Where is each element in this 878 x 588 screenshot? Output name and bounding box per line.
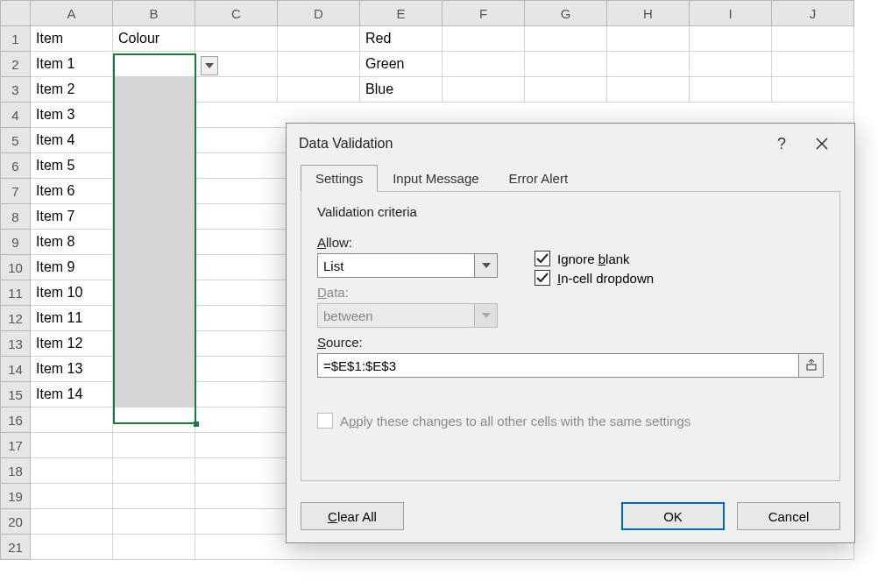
cell-H3[interactable] [607,77,690,103]
cell-B14[interactable] [113,357,195,382]
cell-J1[interactable] [772,26,854,52]
cell-J2[interactable] [772,52,854,77]
cell-J3[interactable] [772,77,854,103]
row-header-4[interactable]: 4 [1,103,31,128]
cell-B4[interactable] [113,103,195,128]
row-header-11[interactable]: 11 [1,280,31,306]
incell-dropdown-checkbox[interactable]: In-cell dropdown [535,270,654,286]
cell-B11[interactable] [113,280,195,306]
tab-input-message[interactable]: Input Message [378,165,493,192]
cell-A11[interactable]: Item 10 [31,280,113,306]
cell-A3[interactable]: Item 2 [31,77,113,103]
row-header-6[interactable]: 6 [1,153,31,179]
col-header-E[interactable]: E [360,1,443,26]
row-header-15[interactable]: 15 [1,382,31,407]
row-header-14[interactable]: 14 [1,357,31,382]
cell-D1[interactable] [278,26,360,52]
cell-F3[interactable] [443,77,525,103]
cell-B2[interactable] [113,52,195,77]
close-button[interactable] [802,124,842,164]
cell-A4[interactable]: Item 3 [31,103,113,128]
cell-E2[interactable]: Green [360,52,443,77]
cell-D2[interactable] [278,52,360,77]
cell-G1[interactable] [525,26,607,52]
cell-B13[interactable] [113,331,195,357]
cell-E1[interactable]: Red [360,26,443,52]
cell-B10[interactable] [113,255,195,280]
cell-A2[interactable]: Item 1 [31,52,113,77]
source-input[interactable] [317,353,799,378]
fill-handle[interactable] [194,422,199,427]
row-header-8[interactable]: 8 [1,204,31,230]
clear-all-button[interactable]: Clear All [301,502,404,530]
cell-F1[interactable] [443,26,525,52]
ok-button[interactable]: OK [621,502,725,530]
row-header-21[interactable]: 21 [1,535,31,560]
col-header-A[interactable]: A [31,1,113,26]
cell-B9[interactable] [113,230,195,255]
cell-H1[interactable] [607,26,690,52]
cell-A6[interactable]: Item 5 [31,153,113,179]
row-header-18[interactable]: 18 [1,458,31,484]
row-header-1[interactable]: 1 [1,26,31,52]
col-header-C[interactable]: C [195,1,278,26]
col-header-H[interactable]: H [607,1,690,26]
cell-I1[interactable] [690,26,772,52]
cell-B3[interactable] [113,77,195,103]
cell-B15[interactable] [113,382,195,407]
cell-H2[interactable] [607,52,690,77]
cell-C1[interactable] [195,26,278,52]
cell-B12[interactable] [113,306,195,331]
col-header-F[interactable]: F [443,1,525,26]
cell-I2[interactable] [690,52,772,77]
col-header-B[interactable]: B [113,1,195,26]
row-header-7[interactable]: 7 [1,179,31,204]
cell-B6[interactable] [113,153,195,179]
row-header-12[interactable]: 12 [1,306,31,331]
cell-G2[interactable] [525,52,607,77]
row-header-9[interactable]: 9 [1,230,31,255]
cell-dropdown-button[interactable] [201,56,218,75]
cell-B7[interactable] [113,179,195,204]
cell-F2[interactable] [443,52,525,77]
row-header-3[interactable]: 3 [1,77,31,103]
select-all-corner[interactable] [1,1,31,26]
cell-A9[interactable]: Item 8 [31,230,113,255]
cell-B8[interactable] [113,204,195,230]
allow-combo[interactable] [317,253,510,278]
row-header-5[interactable]: 5 [1,128,31,153]
ignore-blank-checkbox[interactable]: Ignore blank [535,251,654,266]
range-picker-button[interactable] [799,353,824,378]
col-header-D[interactable]: D [278,1,360,26]
row-header-10[interactable]: 10 [1,255,31,280]
tab-settings[interactable]: Settings [301,165,378,192]
allow-dropdown-button[interactable] [475,253,498,278]
col-header-I[interactable]: I [690,1,772,26]
cell-A14[interactable]: Item 13 [31,357,113,382]
row-header-2[interactable]: 2 [1,52,31,77]
allow-value[interactable] [317,253,475,278]
tab-error-alert[interactable]: Error Alert [494,165,584,192]
col-header-G[interactable]: G [525,1,607,26]
cell-C3[interactable] [195,77,278,103]
cell-G3[interactable] [525,77,607,103]
cancel-button[interactable]: Cancel [737,502,840,530]
row-header-20[interactable]: 20 [1,509,31,535]
cell-A7[interactable]: Item 6 [31,179,113,204]
cell-A8[interactable]: Item 7 [31,204,113,230]
help-button[interactable] [761,124,802,164]
row-header-13[interactable]: 13 [1,331,31,357]
cell-E3[interactable]: Blue [360,77,443,103]
row-header-16[interactable]: 16 [1,407,31,433]
cell-A15[interactable]: Item 14 [31,382,113,407]
cell-D3[interactable] [278,77,360,103]
cell-B1[interactable]: Colour [113,26,195,52]
cell-A5[interactable]: Item 4 [31,128,113,153]
col-header-J[interactable]: J [772,1,854,26]
row-header-17[interactable]: 17 [1,433,31,458]
row-header-19[interactable]: 19 [1,484,31,509]
cell-A12[interactable]: Item 11 [31,306,113,331]
cell-A10[interactable]: Item 9 [31,255,113,280]
cell-I3[interactable] [690,77,772,103]
cell-A13[interactable]: Item 12 [31,331,113,357]
